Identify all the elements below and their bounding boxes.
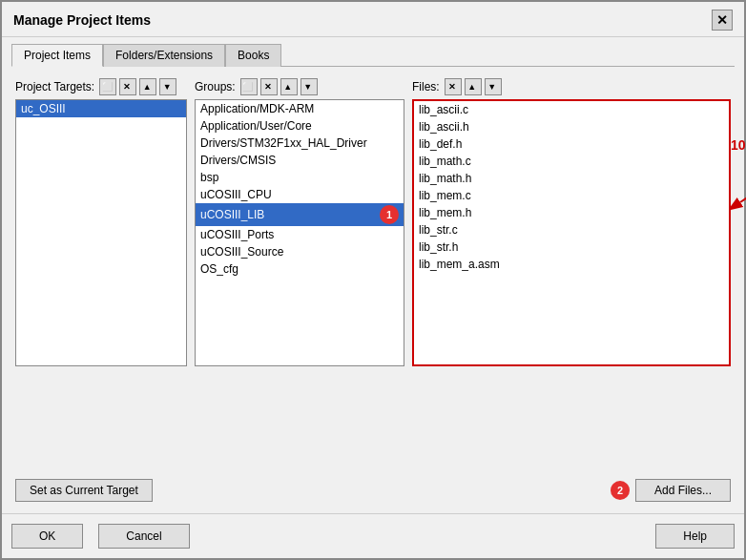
set-current-target-button[interactable]: Set as Current Target <box>15 479 153 502</box>
add-files-button[interactable]: Add Files... <box>635 479 731 502</box>
list-item[interactable]: lib_math.c <box>414 153 729 170</box>
new-project-target-button[interactable]: ⬜ <box>99 78 116 95</box>
groups-listbox[interactable]: Application/MDK-ARM Application/User/Cor… <box>195 99 404 366</box>
up-project-target-button[interactable]: ▲ <box>139 78 156 95</box>
badge-1: 1 <box>380 205 399 224</box>
groups-header: Groups: ⬜ ✕ ▲ ▼ <box>195 78 404 95</box>
project-targets-listbox[interactable]: uc_OSIII <box>15 99 187 366</box>
list-item[interactable]: lib_str.h <box>414 239 729 256</box>
up-file-button[interactable]: ▲ <box>465 78 482 95</box>
delete-icon: ✕ <box>123 82 131 92</box>
list-item[interactable]: lib_mem.h <box>414 204 729 221</box>
list-item[interactable]: uCOSIII_CPU <box>196 186 404 203</box>
groups-column: Groups: ⬜ ✕ ▲ ▼ Application/MDK-ARM <box>195 78 404 466</box>
list-item[interactable]: lib_math.h <box>414 170 729 187</box>
down-group-icon: ▼ <box>303 82 312 92</box>
list-item[interactable]: uc_OSIII <box>16 100 186 117</box>
list-item[interactable]: uCOSIII_Ports <box>196 226 404 243</box>
dialog-title: Manage Project Items <box>13 12 151 28</box>
annotation-arrow: 10个库文件 <box>731 137 746 212</box>
delete-group-button[interactable]: ✕ <box>260 78 278 95</box>
help-button[interactable]: Help <box>655 524 735 549</box>
new-group-icon: ⬜ <box>242 82 253 92</box>
up-file-icon: ▲ <box>467 82 476 92</box>
annotation-text: 10个库文件 <box>731 137 746 155</box>
delete-file-button[interactable]: ✕ <box>445 78 462 95</box>
annotation-area: lib_ascii.c lib_ascii.h lib_def.h lib_ma… <box>412 99 731 366</box>
list-item[interactable]: lib_ascii.h <box>414 118 729 135</box>
bottom-buttons: Set as Current Target 2 Add Files... <box>15 479 731 502</box>
list-item[interactable]: uCOSIII_Source <box>196 243 404 260</box>
tab-strip: Project Items Folders/Extensions Books <box>2 37 744 66</box>
up-group-icon: ▲ <box>283 82 292 92</box>
add-files-area: 2 Add Files... <box>607 479 731 502</box>
list-item[interactable]: Drivers/STM32F1xx_HAL_Driver <box>196 135 404 152</box>
list-item[interactable]: OS_cfg <box>196 260 404 278</box>
files-column: Files: ✕ ▲ ▼ lib_ascii.c lib_ascii.h <box>412 78 731 466</box>
project-targets-header: Project Targets: ⬜ ✕ ▲ ▼ <box>15 78 187 95</box>
down-project-target-button[interactable]: ▼ <box>159 78 176 95</box>
up-icon: ▲ <box>143 82 152 92</box>
delete-group-icon: ✕ <box>264 82 272 92</box>
columns-wrapper: Project Targets: ⬜ ✕ ▲ ▼ uc_OSIII <box>15 78 731 466</box>
project-targets-column: Project Targets: ⬜ ✕ ▲ ▼ uc_OSIII <box>15 78 187 466</box>
list-item[interactable]: lib_ascii.c <box>414 101 729 118</box>
list-item[interactable]: Application/User/Core <box>196 117 404 135</box>
manage-project-items-dialog: Manage Project Items ✕ Project Items Fol… <box>0 0 746 560</box>
cancel-button[interactable]: Cancel <box>98 524 189 549</box>
new-group-button[interactable]: ⬜ <box>240 78 258 95</box>
files-listbox[interactable]: lib_ascii.c lib_ascii.h lib_def.h lib_ma… <box>412 99 731 366</box>
list-item[interactable]: Drivers/CMSIS <box>196 152 404 169</box>
files-label: Files: <box>412 80 440 93</box>
list-item[interactable]: lib_mem_a.asm <box>414 256 729 273</box>
svg-line-1 <box>740 164 746 202</box>
down-icon: ▼ <box>163 82 172 92</box>
down-file-icon: ▼ <box>487 82 496 92</box>
badge-2: 2 <box>611 481 630 500</box>
down-group-button[interactable]: ▼ <box>300 78 318 95</box>
list-item[interactable]: bsp <box>196 169 404 186</box>
delete-project-target-button[interactable]: ✕ <box>119 78 136 95</box>
tab-folders-extensions[interactable]: Folders/Extensions <box>103 44 225 67</box>
files-header: Files: ✕ ▲ ▼ <box>412 78 731 95</box>
title-bar: Manage Project Items ✕ <box>2 2 744 37</box>
tab-project-items[interactable]: Project Items <box>11 44 103 67</box>
up-group-button[interactable]: ▲ <box>280 78 298 95</box>
delete-file-icon: ✕ <box>448 82 456 92</box>
list-item[interactable]: lib_str.c <box>414 221 729 239</box>
footer: OK Cancel Help <box>2 513 744 558</box>
ok-button[interactable]: OK <box>11 524 83 549</box>
list-item[interactable]: Application/MDK-ARM <box>196 100 404 117</box>
project-targets-label: Project Targets: <box>15 80 94 93</box>
annotation-arrow-svg <box>731 155 746 212</box>
tab-books[interactable]: Books <box>225 44 281 67</box>
groups-label: Groups: <box>195 80 236 93</box>
close-button[interactable]: ✕ <box>712 10 733 31</box>
main-content: Project Targets: ⬜ ✕ ▲ ▼ uc_OSIII <box>2 67 744 513</box>
down-file-button[interactable]: ▼ <box>485 78 502 95</box>
list-item-ucosiii-lib[interactable]: uCOSIII_LIB 1 <box>196 203 404 226</box>
list-item[interactable]: lib_def.h <box>414 135 729 153</box>
list-item[interactable]: lib_mem.c <box>414 187 729 204</box>
new-icon: ⬜ <box>102 82 113 92</box>
